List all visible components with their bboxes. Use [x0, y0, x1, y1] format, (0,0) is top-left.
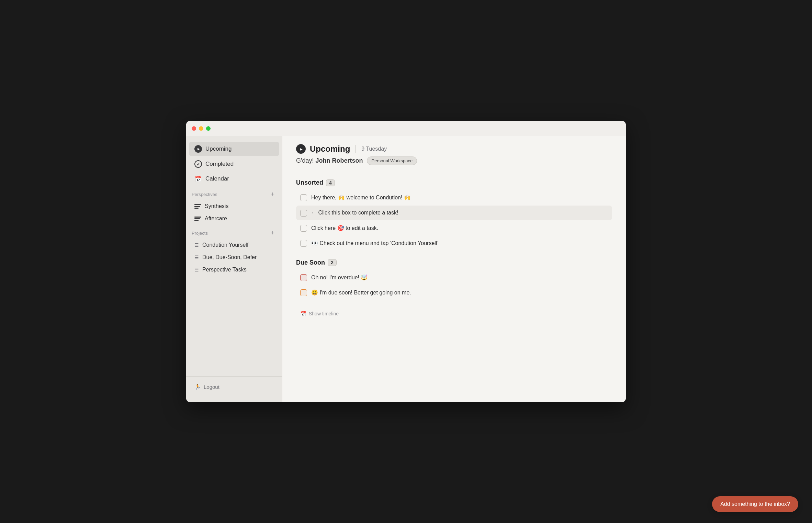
logout-icon: 🏃	[194, 384, 201, 390]
calendar-timeline-icon: 📅	[300, 311, 306, 316]
sidebar-calendar-label: Calendar	[205, 175, 229, 182]
upcoming-view-icon	[296, 144, 306, 154]
greeting-text: G'day! John Robertson	[296, 157, 363, 164]
user-name: John Robertson	[315, 157, 363, 164]
add-perspective-button[interactable]: +	[269, 190, 277, 199]
sidebar-item-perspective-tasks[interactable]: ☰ Perspective Tasks	[189, 264, 279, 276]
task-checkbox-1[interactable]	[300, 194, 307, 201]
task-text-due-soon: 😀 I'm due soon! Better get going on me.	[311, 289, 411, 297]
sidebar-item-aftercare[interactable]: Aftercare	[189, 213, 279, 224]
due-soon-task-item[interactable]: 😀 I'm due soon! Better get going on me.	[296, 286, 612, 300]
perspective-tasks-label: Perspective Tasks	[202, 267, 247, 273]
maximize-button[interactable]	[206, 126, 211, 131]
main-header: Upcoming 9 Tuesday	[296, 144, 612, 154]
task-text-1: Hey there, 🙌 welcome to Condution! 🙌	[311, 194, 411, 201]
task-item-highlighted[interactable]: ← Click this box to complete a task!	[296, 206, 612, 220]
sidebar-upcoming-label: Upcoming	[205, 146, 232, 152]
unsorted-count: 4	[326, 179, 335, 186]
projects-section-header: Projects +	[186, 225, 282, 239]
sidebar-item-due-due-soon-defer[interactable]: ☰ Due, Due-Soon, Defer	[189, 252, 279, 263]
task-text-3: Click here 🎯 to edit a task.	[311, 224, 378, 232]
unsorted-title: Unsorted	[296, 179, 323, 186]
sidebar-item-completed[interactable]: Completed	[189, 157, 279, 171]
sidebar-item-condution-yourself[interactable]: ☰ Condution Yourself	[189, 239, 279, 251]
titlebar	[186, 121, 626, 136]
projects-label: Projects	[192, 231, 208, 236]
greeting-row: G'day! John Robertson Personal Workspace	[296, 156, 612, 165]
list-icon-due: ☰	[194, 255, 199, 260]
logout-label: Logout	[204, 384, 219, 390]
unsorted-section-header: Unsorted 4	[296, 179, 612, 186]
sidebar-completed-label: Completed	[205, 161, 234, 167]
date-label: 9 Tuesday	[361, 146, 387, 152]
main-title: Upcoming	[310, 144, 350, 154]
task-item[interactable]: 👀 Check out the menu and tap 'Condution …	[296, 236, 612, 251]
due-soon-title: Due Soon	[296, 259, 325, 266]
sidebar-footer: 🏃 Logout	[186, 376, 282, 397]
perspectives-section-header: Perspectives +	[186, 186, 282, 200]
task-checkbox-4[interactable]	[300, 240, 307, 247]
task-checkbox-3[interactable]	[300, 225, 307, 232]
sidebar-item-upcoming[interactable]: Upcoming	[189, 142, 279, 156]
header-divider	[356, 145, 356, 153]
show-timeline-label: Show timeline	[309, 311, 339, 316]
task-item[interactable]: Hey there, 🙌 welcome to Condution! 🙌	[296, 190, 612, 205]
layers-synthesis-icon	[194, 204, 201, 209]
sidebar-item-calendar[interactable]: 📅 Calendar	[189, 172, 279, 186]
synthesis-label: Synthesis	[205, 203, 228, 209]
due-soon-count: 2	[328, 259, 337, 266]
main-divider	[296, 172, 612, 172]
aftercare-label: Aftercare	[205, 216, 227, 222]
main-content: Upcoming 9 Tuesday G'day! John Robertson…	[282, 136, 626, 402]
minimize-button[interactable]	[199, 126, 203, 131]
show-timeline-button[interactable]: 📅 Show timeline	[296, 308, 343, 319]
list-icon-condution: ☰	[194, 242, 199, 248]
perspectives-label: Perspectives	[192, 192, 217, 197]
play-circle-icon	[194, 145, 202, 153]
check-circle-icon	[194, 160, 202, 168]
close-button[interactable]	[192, 126, 196, 131]
task-item[interactable]: Click here 🎯 to edit a task.	[296, 221, 612, 235]
workspace-badge[interactable]: Personal Workspace	[367, 156, 417, 165]
due-soon-task-list: Oh no! I'm overdue! 🤯 😀 I'm due soon! Be…	[296, 270, 612, 300]
condution-yourself-label: Condution Yourself	[202, 242, 248, 248]
greeting-prefix: G'day!	[296, 157, 314, 164]
task-checkbox-overdue[interactable]	[300, 274, 307, 281]
task-text-4: 👀 Check out the menu and tap 'Condution …	[311, 240, 438, 247]
task-checkbox-2[interactable]	[300, 210, 307, 217]
layers-aftercare-icon	[194, 217, 201, 221]
content-area: Upcoming Completed 📅 Calendar Perspectiv…	[186, 136, 626, 402]
title-row: Upcoming	[296, 144, 350, 154]
add-project-button[interactable]: +	[269, 229, 277, 237]
task-text-2: ← Click this box to complete a task!	[311, 209, 398, 217]
due-soon-section-header: Due Soon 2	[296, 259, 612, 266]
overdue-task-item[interactable]: Oh no! I'm overdue! 🤯	[296, 270, 612, 285]
calendar-icon: 📅	[194, 176, 202, 182]
due-due-soon-defer-label: Due, Due-Soon, Defer	[202, 254, 257, 260]
logout-button[interactable]: 🏃 Logout	[189, 381, 279, 393]
task-text-overdue: Oh no! I'm overdue! 🤯	[311, 274, 368, 281]
sidebar: Upcoming Completed 📅 Calendar Perspectiv…	[186, 136, 282, 402]
app-window: Upcoming Completed 📅 Calendar Perspectiv…	[186, 121, 626, 402]
sidebar-item-synthesis[interactable]: Synthesis	[189, 200, 279, 212]
task-checkbox-due-soon[interactable]	[300, 289, 307, 296]
list-icon-perspective: ☰	[194, 267, 199, 272]
unsorted-task-list: Hey there, 🙌 welcome to Condution! 🙌 ← C…	[296, 190, 612, 251]
